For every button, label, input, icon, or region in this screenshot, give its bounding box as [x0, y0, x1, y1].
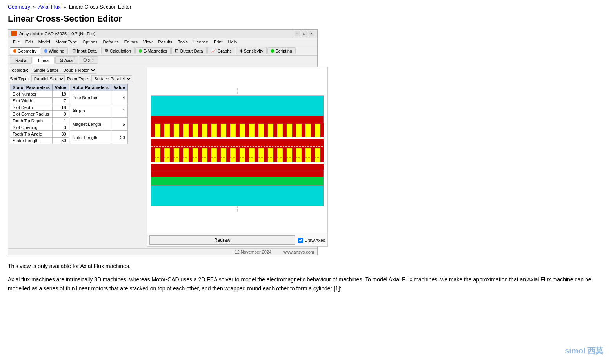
- redraw-button[interactable]: Redraw: [149, 235, 295, 245]
- menu-help[interactable]: Help: [226, 39, 240, 45]
- svg-rect-13: [193, 124, 198, 138]
- tab-calculation[interactable]: ⚙ Calculation: [101, 47, 135, 54]
- rotor-value-cell[interactable]: 20: [111, 131, 127, 144]
- title-bar: Ansys Motor-CAD v2025.1.0.7 (No File) − …: [8, 30, 317, 38]
- stator-param-cell: Tooth Tip Depth: [10, 118, 53, 124]
- stator-value-cell[interactable]: 18: [52, 91, 69, 98]
- tab-axial[interactable]: ⊠ Axial: [55, 56, 78, 64]
- tab-output-data[interactable]: ⊟ Output Data: [171, 47, 206, 54]
- svg-rect-23: [287, 124, 292, 138]
- tab-linear[interactable]: Linear: [33, 57, 55, 64]
- svg-rect-11: [174, 124, 179, 138]
- window-title: Ansys Motor-CAD v2025.1.0.7 (No File): [19, 31, 95, 36]
- menu-results[interactable]: Results: [156, 39, 175, 45]
- motor-visualization: /* slots rendered below via inline rects…: [147, 67, 327, 234]
- right-panel: /* slots rendered below via inline rects…: [147, 67, 328, 247]
- svg-rect-22: [277, 124, 283, 138]
- status-bar: 12 November 2024 www.ansys.com: [8, 248, 317, 255]
- menu-tools[interactable]: Tools: [175, 39, 190, 45]
- rotor-value-cell[interactable]: 5: [111, 118, 127, 131]
- tab-winding[interactable]: Winding: [41, 47, 68, 54]
- topology-select[interactable]: Single-Stator – Double-Rotor: [31, 67, 96, 74]
- svg-rect-14: [202, 124, 207, 138]
- rotor-type-select[interactable]: Surface Parallel: [91, 75, 132, 82]
- view-tab-row: Radial Linear ⊠ Axial ⬡ 3D: [8, 56, 317, 65]
- rotor-row: Pole Number4: [70, 91, 127, 104]
- rotor-param-cell: Airgap: [70, 104, 111, 118]
- tab-scripting[interactable]: Scripting: [267, 47, 296, 54]
- svg-rect-40: [277, 148, 283, 162]
- menu-edit[interactable]: Edit: [23, 39, 35, 45]
- menu-licence[interactable]: Licence: [191, 39, 211, 45]
- tab-3d[interactable]: ⬡ 3D: [79, 56, 98, 64]
- stator-value-cell[interactable]: 18: [52, 104, 69, 111]
- stator-param-cell: Slot Width: [10, 98, 53, 104]
- status-url: www.ansys.com: [283, 250, 314, 254]
- stator-value-cell[interactable]: 1: [52, 118, 69, 124]
- maximize-button[interactable]: □: [302, 31, 307, 36]
- stator-value-cell[interactable]: 0: [52, 111, 69, 118]
- rotor-value-cell[interactable]: 4: [111, 91, 127, 104]
- svg-rect-15: [211, 124, 217, 138]
- svg-rect-17: [230, 124, 236, 138]
- menu-editors[interactable]: Editors: [122, 39, 140, 45]
- breadcrumb-geometry[interactable]: Geometry: [8, 4, 30, 10]
- stator-param-cell: Slot Opening: [10, 124, 53, 131]
- content-area: Topology: Single-Stator – Double-Rotor S…: [8, 65, 317, 248]
- stator-row: Tooth Tip Depth1: [10, 118, 69, 124]
- menu-motor-type[interactable]: Motor Type: [53, 39, 80, 45]
- slot-type-select[interactable]: Parallel Slot: [31, 75, 65, 82]
- window-controls: − □ ✕: [295, 31, 314, 36]
- menu-print[interactable]: Print: [211, 39, 225, 45]
- rotor-col-header-param: Rotor Parameters: [70, 84, 111, 91]
- e-magnetics-icon: [139, 49, 142, 53]
- tab-graphs[interactable]: 📈 Graphs: [207, 47, 235, 54]
- svg-rect-44: [315, 148, 320, 162]
- svg-rect-20: [258, 124, 264, 138]
- geometry-icon: [13, 49, 16, 53]
- stator-row: Stator Length50: [10, 138, 69, 144]
- toolbar: Geometry Winding ⊞ Input Data ⚙ Calculat…: [8, 46, 317, 56]
- svg-rect-2: [151, 116, 324, 123]
- menu-defaults[interactable]: Defaults: [100, 39, 121, 45]
- tab-radial[interactable]: Radial: [10, 57, 32, 64]
- stator-value-cell[interactable]: 30: [52, 131, 69, 138]
- svg-rect-38: [258, 148, 264, 162]
- tab-e-magnetics[interactable]: E-Magnetics: [135, 47, 171, 54]
- menu-model[interactable]: Model: [36, 39, 53, 45]
- output-data-icon: ⊟: [175, 48, 178, 53]
- stator-value-cell[interactable]: 7: [52, 98, 69, 104]
- svg-rect-12: [183, 124, 189, 138]
- menu-options[interactable]: Options: [80, 39, 100, 45]
- draw-axes-checkbox[interactable]: [298, 238, 303, 243]
- breadcrumb: Geometry » Axial Flux » Linear Cross-Sec…: [8, 4, 603, 10]
- menu-file[interactable]: File: [11, 39, 22, 45]
- tab-sensitivity[interactable]: ◈ Sensitivity: [236, 47, 267, 54]
- stator-param-cell: Slot Number: [10, 91, 53, 98]
- minimize-button[interactable]: −: [295, 31, 300, 36]
- breadcrumb-axial-flux[interactable]: Axial Flux: [38, 4, 60, 10]
- svg-rect-9: [155, 124, 160, 138]
- stator-param-cell: Slot Depth: [10, 104, 53, 111]
- svg-rect-6: [151, 177, 324, 186]
- stator-value-cell[interactable]: 50: [52, 138, 69, 144]
- menu-view[interactable]: View: [141, 39, 155, 45]
- stator-table: Stator Parameters Value Slot Number18Slo…: [10, 84, 69, 144]
- stator-row: Slot Number18: [10, 91, 69, 98]
- tab-geometry[interactable]: Geometry: [10, 47, 40, 54]
- stator-value-cell[interactable]: 3: [52, 124, 69, 131]
- body-para2: Axial flux machines are intrinsically 3D…: [8, 275, 603, 293]
- drawing-controls: Redraw Draw Axes: [147, 234, 327, 246]
- tab-input-data[interactable]: ⊞ Input Data: [69, 47, 100, 54]
- rotor-value-cell[interactable]: 1: [111, 104, 127, 118]
- close-button[interactable]: ✕: [309, 31, 314, 36]
- rotor-row: Magnet Length5: [70, 118, 127, 131]
- svg-rect-46: [151, 162, 324, 164]
- topology-row: Topology: Single-Stator – Double-Rotor: [10, 67, 145, 74]
- rotor-param-cell: Rotor Length: [70, 131, 111, 144]
- svg-rect-32: [202, 148, 207, 162]
- svg-rect-37: [249, 148, 255, 162]
- stator-param-cell: Stator Length: [10, 138, 53, 144]
- svg-rect-10: [164, 124, 170, 138]
- axial-icon: ⊠: [60, 58, 63, 63]
